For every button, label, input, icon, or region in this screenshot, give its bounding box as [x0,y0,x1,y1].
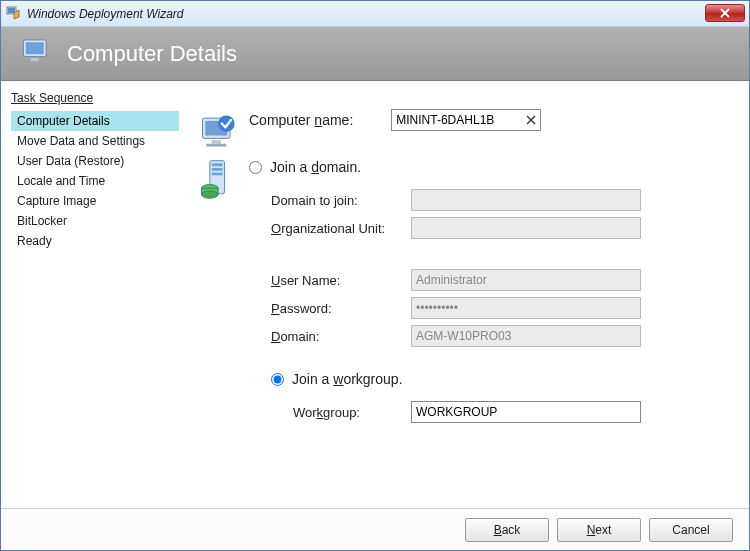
radio-join-workgroup[interactable] [271,373,284,386]
back-button[interactable]: Back [465,518,549,542]
sidebar-item-locale-time[interactable]: Locale and Time [11,171,179,191]
clear-icon[interactable] [520,110,540,130]
svg-rect-12 [212,163,223,166]
domain-input [411,325,641,347]
svg-point-17 [202,191,219,198]
computer-name-label: Computer name: [249,112,353,128]
close-button[interactable] [705,4,745,22]
svg-rect-1 [8,8,15,13]
cancel-button[interactable]: Cancel [649,518,733,542]
computer-icon [19,34,55,74]
svg-point-10 [218,115,235,132]
svg-rect-3 [26,42,44,54]
radio-join-workgroup-label: Join a workgroup. [292,371,403,387]
titlebar: Windows Deployment Wizard [1,1,749,27]
password-input [411,297,641,319]
sidebar-item-ready[interactable]: Ready [11,231,179,251]
svg-rect-13 [212,168,223,171]
domain-to-join-input [411,189,641,211]
radio-join-domain-label: Join a domain. [270,159,361,175]
next-button[interactable]: Next [557,518,641,542]
deployment-wizard-window: Windows Deployment Wizard Computer Detai… [0,0,750,551]
ou-label: Organizational Unit: [271,221,411,236]
content-panel: Computer name: [179,81,749,508]
radio-join-domain[interactable] [249,161,262,174]
sidebar-heading[interactable]: Task Sequence [11,91,179,105]
domain-to-join-label: Domain to join: [271,193,411,208]
window-title: Windows Deployment Wizard [27,7,184,21]
app-icon [5,4,21,24]
svg-rect-14 [212,173,223,176]
domain-label: Domain: [271,329,411,344]
server-icon [189,157,249,201]
sidebar-item-capture-image[interactable]: Capture Image [11,191,179,211]
password-label: Password: [271,301,411,316]
sidebar: Task Sequence Computer Details Move Data… [1,81,179,508]
wizard-header: Computer Details [1,27,749,81]
sidebar-item-bitlocker[interactable]: BitLocker [11,211,179,231]
svg-rect-4 [31,58,39,61]
computer-name-input[interactable] [391,109,541,131]
sidebar-item-move-data[interactable]: Move Data and Settings [11,131,179,151]
button-bar: Back Next Cancel [1,508,749,550]
svg-rect-9 [206,144,226,147]
page-title: Computer Details [67,41,237,67]
workgroup-label: Workgroup: [271,405,411,420]
workgroup-input[interactable] [411,401,641,423]
sidebar-item-user-data-restore[interactable]: User Data (Restore) [11,151,179,171]
sidebar-item-computer-details[interactable]: Computer Details [11,111,179,131]
svg-rect-5 [27,61,44,63]
ou-input [411,217,641,239]
username-label: User Name: [271,273,411,288]
username-input [411,269,641,291]
computer-name-icon [189,109,249,153]
svg-rect-8 [212,140,221,144]
